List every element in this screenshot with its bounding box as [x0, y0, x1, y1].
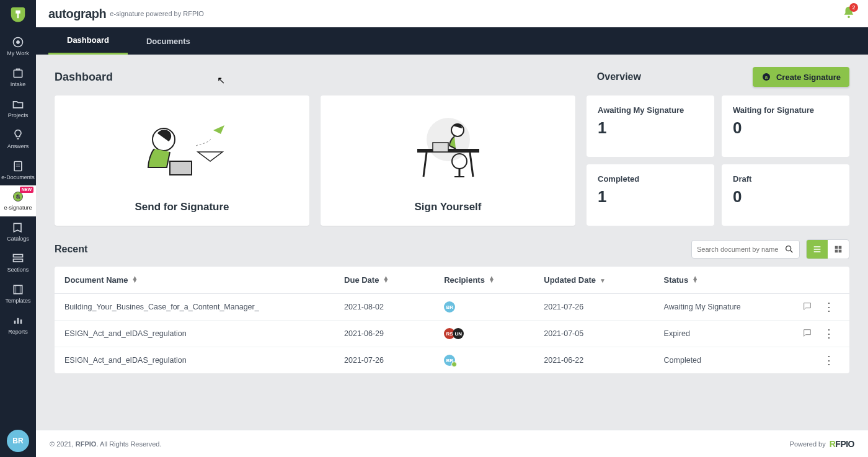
copyright: © 2021, RFPIO. All Rights Reserved.	[50, 440, 162, 448]
search-icon	[784, 244, 794, 254]
user-avatar[interactable]: BR	[7, 430, 29, 452]
status: Completed	[664, 356, 794, 365]
sidebar-item-label: Reports	[8, 329, 28, 335]
sidebar-item-intake[interactable]: Intake	[0, 62, 36, 93]
card-title: Sign Yourself	[414, 201, 481, 213]
stat-value: 0	[733, 187, 838, 206]
stat-waiting-for-signature[interactable]: Waiting for Signature 0	[722, 95, 849, 157]
sidebar-item-reports[interactable]: Reports	[0, 309, 36, 340]
updated-date: 2021-07-05	[544, 329, 663, 338]
svg-point-15	[848, 16, 850, 19]
sidebar-item-templates[interactable]: Templates	[0, 278, 36, 309]
sort-icon: ▲▼	[132, 276, 138, 282]
table-row[interactable]: ESIGN_Act_and_eIDAS_regulation 2021-06-2…	[55, 321, 849, 347]
comment-icon[interactable]	[802, 301, 812, 311]
brand-name: autograph	[48, 7, 106, 21]
brand-tagline: e-signature powered by RFPIO	[110, 10, 204, 17]
stats-grid: Awaiting My Signature 1 Waiting for Sign…	[587, 95, 849, 226]
svg-rect-25	[433, 143, 448, 152]
sidebar-item-sections[interactable]: Sections	[0, 247, 36, 278]
stat-label: Waiting for Signature	[733, 105, 838, 115]
overview-label: Overview	[597, 71, 641, 82]
doc-name: Building_Your_Busines_Case_for_a_Content…	[61, 303, 344, 311]
app-logo-icon	[9, 5, 27, 24]
table-row[interactable]: Building_Your_Busines_Case_for_a_Content…	[55, 294, 849, 321]
svg-point-1	[17, 41, 20, 44]
due-date: 2021-06-29	[344, 329, 444, 338]
tab-bar: Dashboard Documents	[36, 27, 868, 55]
due-date: 2021-07-26	[344, 356, 444, 365]
notification-count: 2	[849, 3, 858, 12]
sidebar-item-mywork[interactable]: My Work	[0, 31, 36, 62]
sort-icon: ▼	[600, 279, 606, 282]
sign-illustration	[333, 108, 563, 196]
sidebar-item-answers[interactable]: Answers	[0, 124, 36, 155]
sign-yourself-card[interactable]: Sign Yourself	[321, 95, 575, 226]
send-for-signature-card[interactable]: Send for Signature	[55, 95, 309, 226]
sidebar-item-label: Projects	[8, 113, 29, 119]
svg-text:a: a	[16, 193, 20, 200]
sidebar-item-label: e-signature	[4, 205, 32, 211]
recipient-avatar: UN	[453, 328, 464, 339]
tab-documents[interactable]: Documents	[128, 27, 209, 55]
col-header-recipients[interactable]: Recipients▲▼	[444, 275, 544, 285]
tab-dashboard[interactable]: Dashboard	[48, 27, 128, 55]
updated-date: 2021-06-22	[544, 356, 663, 365]
recent-title: Recent	[55, 244, 87, 255]
list-icon	[812, 244, 822, 254]
sort-icon: ▲▼	[692, 276, 698, 282]
sidebar-item-label: Catalogs	[7, 236, 29, 242]
svg-rect-10	[14, 285, 22, 293]
stat-label: Completed	[598, 174, 703, 184]
list-view-button[interactable]	[807, 240, 828, 259]
doc-name: ESIGN_Act_and_eIDAS_regulation	[61, 356, 344, 365]
stat-value: 0	[733, 118, 838, 138]
status: Awaiting My Signature	[664, 303, 794, 311]
updated-date: 2021-07-26	[544, 303, 663, 311]
sidebar-item-edocuments[interactable]: e-Documents	[0, 155, 36, 186]
doc-name: ESIGN_Act_and_eIDAS_regulation	[61, 329, 344, 338]
check-icon	[451, 362, 457, 367]
more-icon[interactable]: ⋮	[823, 328, 835, 339]
sidebar-item-label: Intake	[11, 82, 26, 88]
svg-line-22	[423, 153, 427, 177]
stat-awaiting-my-signature[interactable]: Awaiting My Signature 1	[587, 95, 714, 157]
recipient-avatar: BR	[444, 355, 455, 366]
create-signature-button[interactable]: a Create Signature	[753, 67, 849, 87]
svg-line-30	[790, 251, 792, 252]
page-title: Dashboard	[55, 71, 113, 84]
search-box[interactable]	[691, 240, 800, 259]
col-header-due[interactable]: Due Date▲▼	[344, 275, 444, 285]
notifications-button[interactable]: 2	[842, 6, 856, 22]
more-icon[interactable]: ⋮	[823, 301, 835, 313]
send-illustration	[67, 108, 297, 196]
table-header: Document Name▲▼ Due Date▲▼ Recipients▲▼ …	[55, 267, 849, 294]
svg-line-23	[470, 153, 473, 177]
recipients: BR	[444, 301, 544, 313]
svg-rect-2	[14, 70, 22, 78]
stat-value: 1	[598, 187, 703, 206]
sidebar-item-projects[interactable]: Projects	[0, 93, 36, 124]
search-input[interactable]	[697, 246, 784, 253]
table-row[interactable]: ESIGN_Act_and_eIDAS_regulation 2021-07-2…	[55, 347, 849, 373]
card-title: Send for Signature	[135, 201, 229, 213]
status: Expired	[664, 329, 794, 338]
stat-completed[interactable]: Completed 1	[587, 164, 714, 226]
svg-rect-36	[835, 250, 838, 253]
col-header-status[interactable]: Status▲▼	[664, 275, 794, 285]
more-icon[interactable]: ⋮	[823, 355, 835, 366]
due-date: 2021-08-02	[344, 303, 444, 311]
powered-by-brand: RFPIO	[830, 439, 854, 449]
view-toggle	[806, 239, 849, 259]
sidebar-item-catalogs[interactable]: Catalogs	[0, 216, 36, 247]
grid-icon	[833, 244, 843, 254]
sidebar-item-esignature[interactable]: a e-signature NEW	[0, 185, 36, 216]
comment-icon[interactable]	[802, 328, 812, 338]
autograph-icon: a	[761, 72, 771, 82]
col-header-updated[interactable]: Updated Date▼	[544, 275, 663, 285]
sidebar-item-label: Sections	[7, 267, 29, 273]
stat-draft[interactable]: Draft 0	[722, 164, 849, 226]
sidebar-item-label: Templates	[5, 298, 30, 304]
col-header-name[interactable]: Document Name▲▼	[61, 275, 344, 285]
grid-view-button[interactable]	[828, 240, 849, 259]
